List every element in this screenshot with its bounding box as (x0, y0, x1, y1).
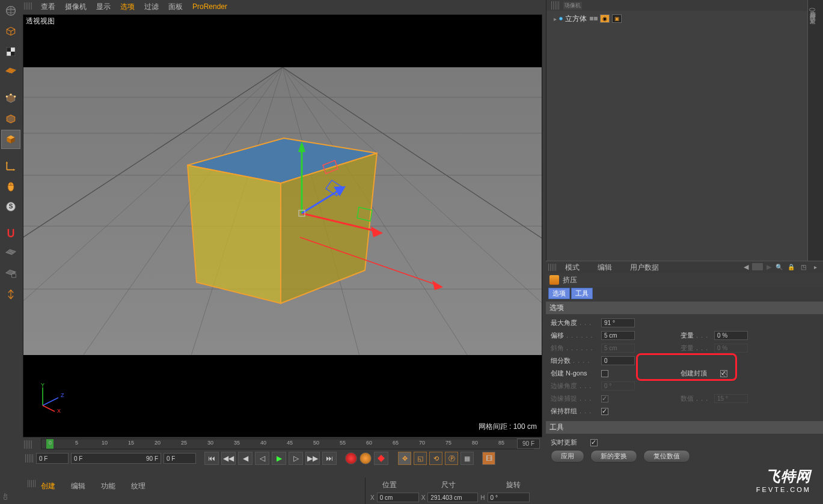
object-row-cube[interactable]: ▸ 立方体 ◉ ▣ (546, 13, 808, 24)
menu-prorender[interactable]: ProRender (188, 1, 232, 13)
rotate-icon[interactable]: ⟲ (429, 452, 442, 465)
visibility-dots[interactable] (590, 17, 598, 20)
x-pos-field[interactable]: 0 cm (377, 493, 419, 502)
viewport[interactable]: 透视视图 Y (23, 14, 542, 437)
mouse-tool[interactable] (1, 177, 20, 196)
prev-key-button[interactable]: ◀◀ (221, 452, 236, 465)
object-name[interactable]: 立方体 (565, 14, 587, 24)
lock-plane-tool[interactable] (1, 264, 20, 284)
obj-mgr-tab[interactable]: 玚像机 (563, 2, 582, 10)
var1-field[interactable]: 0 % (714, 331, 748, 340)
max-angle-field[interactable]: 91 ° (601, 318, 635, 327)
menu-options[interactable]: 选项 (115, 0, 139, 14)
lock-icon[interactable]: 🔒 (787, 263, 795, 271)
attr-menu-userdata[interactable]: 用户数据 (625, 261, 664, 275)
svg-text:X: X (57, 408, 61, 413)
realtime-label: 实时更新 (551, 438, 587, 447)
var2-label: 变量 . . . (681, 344, 711, 353)
snap-tool[interactable] (1, 223, 20, 243)
edge-mode[interactable] (1, 109, 20, 129)
timeline: 051015202530354045505560657075808590 90 … (23, 439, 542, 475)
param-icon[interactable]: Ⓟ (445, 452, 458, 465)
axis-tool[interactable] (1, 156, 20, 175)
ngons-checkbox[interactable] (601, 370, 608, 377)
bb-tab-texture[interactable]: 纹理 (127, 480, 149, 493)
grid-tool[interactable] (1, 62, 20, 82)
poly-mode[interactable] (1, 130, 20, 149)
record-button[interactable] (345, 452, 357, 464)
bb-tab-edit[interactable]: 编辑 (67, 480, 89, 493)
menu-panel[interactable]: 面板 (164, 0, 188, 14)
bb-tab-function[interactable]: 功能 (97, 480, 119, 493)
range-slider[interactable]: 0 F90 F (71, 453, 161, 464)
workplane-tool[interactable] (1, 244, 20, 263)
bb-left: 创建 编辑 功能 纹理 (23, 478, 366, 504)
apply-button[interactable]: 应用 (551, 450, 584, 463)
search-icon[interactable]: 🔍 (775, 263, 783, 271)
tag-2-icon[interactable]: ▣ (612, 14, 622, 23)
realtime-checkbox[interactable] (590, 439, 598, 446)
keyframe-sel-button[interactable] (374, 452, 388, 465)
menu-filter[interactable]: 过滤 (139, 0, 164, 14)
globe-tool[interactable] (1, 1, 20, 20)
bottom-bar: 创建 编辑 功能 纹理 位置 尺寸 旋转 X 0 cm X 291.403 cm… (23, 478, 823, 504)
grip-icon (548, 264, 557, 271)
attr-menu-edit[interactable]: 编辑 (593, 261, 617, 275)
scale-icon[interactable]: ◱ (414, 452, 427, 465)
play-button[interactable]: ▶ (272, 452, 286, 465)
attr-menu-mode[interactable]: 模式 (560, 261, 584, 275)
bb-tab-create[interactable]: 创建 (37, 480, 59, 493)
create-cap-checkbox[interactable] (720, 370, 727, 377)
offset-field[interactable]: 5 cm (601, 331, 635, 340)
menu-camera[interactable]: 摄像机 (60, 0, 91, 14)
prev-frame-button[interactable]: ◀ (238, 452, 252, 465)
play-back-button[interactable]: ◁ (255, 452, 269, 465)
viewport-3d[interactable]: Y Z X 网格间距 : 100 cm (23, 15, 542, 437)
nav-fwd-icon[interactable]: ▶ (766, 263, 771, 271)
x-size-field[interactable]: 291.403 cm (427, 493, 478, 502)
corner-label: 4D (2, 493, 8, 500)
cube-wire-tool[interactable] (1, 22, 20, 41)
cube-type-icon (559, 17, 563, 20)
object-tree[interactable]: ▸ 立方体 ◉ ▣ (546, 11, 808, 26)
pla-icon[interactable]: ▦ (460, 452, 474, 465)
first-frame-button[interactable]: ⏮ (204, 452, 219, 465)
h-rot-field[interactable]: 0 ° (488, 493, 530, 502)
nav-back-icon[interactable]: ◀ (744, 263, 748, 271)
svg-rect-3 (7, 47, 11, 52)
new-attr-icon[interactable]: ◳ (799, 263, 807, 271)
subdiv-field[interactable]: 0 (601, 356, 635, 365)
menu-view[interactable]: 查看 (36, 0, 60, 14)
film-icon[interactable]: 🎞 (482, 452, 495, 465)
cube-object[interactable] (185, 123, 395, 321)
end-frame-field[interactable]: 0 F (164, 453, 196, 464)
numval-field: 15 ° (714, 394, 748, 403)
attr-tab-tool[interactable]: 工具 (571, 288, 593, 299)
menu-display[interactable]: 显示 (91, 0, 115, 14)
timeline-ruler[interactable]: 051015202530354045505560657075808590 (41, 439, 534, 449)
attr-tab-options[interactable]: 选项 (548, 288, 570, 299)
func-icon[interactable]: ▸ (811, 263, 819, 271)
attr-menubar: 模式 编辑 用户数据 ◀ ▶ 🔍 🔒 ◳ ▸ (546, 261, 823, 273)
nudge-tool[interactable] (1, 285, 20, 304)
s-tool[interactable]: S (1, 197, 20, 216)
last-frame-button[interactable]: ⏭ (322, 452, 337, 465)
grip-icon (24, 2, 32, 10)
svg-marker-28 (188, 165, 281, 303)
next-frame-button[interactable]: ▷ (289, 452, 303, 465)
autokey-button[interactable] (359, 452, 372, 464)
svg-point-7 (6, 96, 8, 97)
tag-1-icon[interactable]: ◉ (600, 14, 610, 23)
reset-values-button[interactable]: 复位数值 (643, 450, 690, 463)
ruler-end: 90 F (517, 439, 540, 449)
nav-slider[interactable] (752, 263, 763, 270)
next-key-button[interactable]: ▶▶ (305, 452, 320, 465)
point-mode[interactable] (1, 89, 20, 108)
keep-groups-checkbox[interactable] (601, 408, 608, 415)
uv-tool[interactable] (1, 42, 20, 61)
pos-header: 位置 (382, 480, 397, 490)
move-icon[interactable]: ✥ (398, 452, 411, 465)
start-frame-field[interactable]: 0 F (36, 453, 69, 464)
sidebar-labels[interactable]: 构造 材质(纹理) 对象 (808, 0, 816, 13)
new-transform-button[interactable]: 新的变换 (590, 450, 637, 463)
